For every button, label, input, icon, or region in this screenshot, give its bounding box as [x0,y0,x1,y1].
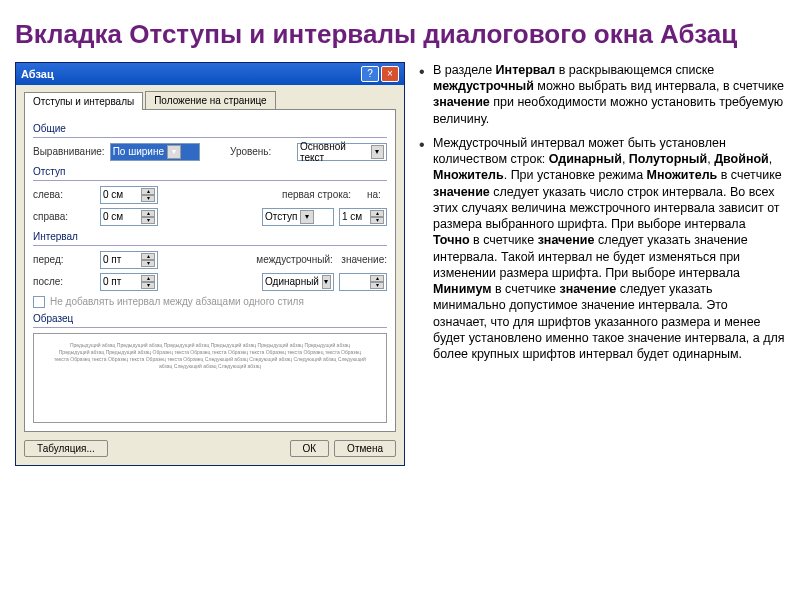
dialog-titlebar: Абзац ? × [16,63,404,85]
ok-button[interactable]: ОК [290,440,330,457]
firstline-dropdown[interactable]: Отступ▾ [262,208,334,226]
tab-indents[interactable]: Отступы и интервалы [24,92,143,110]
alignment-dropdown[interactable]: По ширине▾ [110,143,200,161]
interline-label: междустрочный: [256,254,336,265]
section-sample: Образец [33,313,387,324]
help-button[interactable]: ? [361,66,379,82]
left-spinner[interactable]: 0 см▴▾ [100,186,158,204]
bullet-list: В разделе Интервал в раскрывающемся спис… [419,62,785,363]
right-label: справа: [33,211,95,222]
alignment-label: Выравнивание: [33,146,105,157]
interline-dropdown[interactable]: Одинарный▾ [262,273,334,291]
preview-area: Предыдущий абзац Предыдущий абзац Предыд… [33,333,387,423]
chevron-down-icon: ▾ [167,145,181,159]
section-interval: Интервал [33,231,387,242]
level-label: Уровень: [230,146,292,157]
close-button[interactable]: × [381,66,399,82]
before-label: перед: [33,254,95,265]
level-dropdown[interactable]: Основной текст▾ [297,143,387,161]
dialog-title: Абзац [21,68,359,80]
value-label: значение: [341,254,387,265]
bullet-item: В разделе Интервал в раскрывающемся спис… [419,62,785,127]
chevron-down-icon: ▾ [371,145,384,159]
firstline-label: первая строка: [282,189,362,200]
checkbox-label: Не добавлять интервал между абзацами одн… [50,296,304,307]
value-spinner[interactable]: ▴▾ [339,273,387,291]
same-style-checkbox[interactable] [33,296,45,308]
before-spinner[interactable]: 0 пт▴▾ [100,251,158,269]
on-label: на: [367,189,387,200]
slide-title: Вкладка Отступы и интервалы диалогового … [15,20,785,50]
section-indent: Отступ [33,166,387,177]
after-spinner[interactable]: 0 пт▴▾ [100,273,158,291]
paragraph-dialog: Абзац ? × Отступы и интервалы Положение … [15,62,405,466]
section-general: Общие [33,123,387,134]
after-label: после: [33,276,95,287]
cancel-button[interactable]: Отмена [334,440,396,457]
on-spinner[interactable]: 1 см▴▾ [339,208,387,226]
bullet-item: Междустрочный интервал может быть устано… [419,135,785,363]
left-label: слева: [33,189,95,200]
tab-position[interactable]: Положение на странице [145,91,275,109]
right-spinner[interactable]: 0 см▴▾ [100,208,158,226]
tabs-button[interactable]: Табуляция... [24,440,108,457]
